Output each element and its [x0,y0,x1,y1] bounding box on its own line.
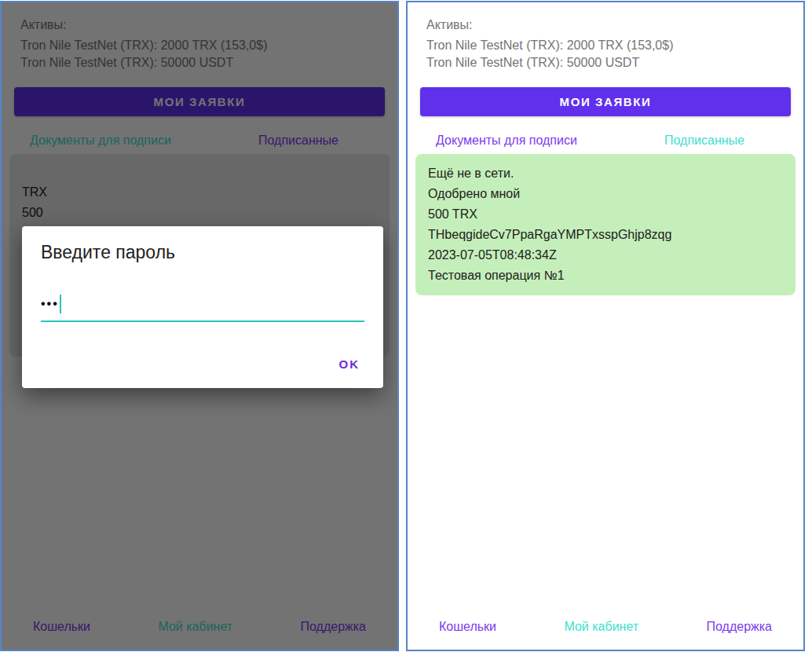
tab-content: Ещё не в сети. Одобрено мной 500 TRX THb… [408,152,803,615]
card-line-network-status: Ещё не в сети. [428,163,783,184]
password-input[interactable]: ••• [41,295,364,322]
card-line-timestamp: 2023-07-05T08:48:34Z [428,245,783,266]
password-masked-value: ••• [41,297,59,311]
assets-header: Активы: Tron Nile TestNet (TRX): 2000 TR… [408,2,803,71]
asset-line-trx: Tron Nile TestNet (TRX): 2000 TRX (153,0… [426,37,785,54]
card-line-amount: 500 TRX [428,204,783,225]
nav-item-my-cabinet[interactable]: Мой кабинет [564,620,638,634]
signed-document-card[interactable]: Ещё не в сети. Одобрено мной 500 TRX THb… [415,154,796,295]
my-requests-button[interactable]: МОИ ЗАЯВКИ [420,87,791,116]
card-line-description: Тестовая операция №1 [428,266,783,286]
text-cursor [60,295,61,313]
tab-signed[interactable]: Подписанные [605,134,803,148]
phone-screen-left: Активы: Tron Nile TestNet (TRX): 2000 TR… [0,1,399,651]
asset-line-usdt: Tron Nile TestNet (TRX): 50000 USDT [426,54,785,71]
password-dialog: Введите пароль ••• OK [22,226,383,388]
nav-item-support[interactable]: Поддержка [707,620,772,634]
ok-button[interactable]: OK [339,357,360,371]
phone-screen-right: Активы: Tron Nile TestNet (TRX): 2000 TR… [406,1,805,651]
bottom-nav: Кошельки Мой кабинет Поддержка [408,615,803,650]
dialog-title: Введите пароль [41,242,364,263]
card-line-address: THbeqgideCv7PpaRgaYMPTxsspGhjp8zqg [428,225,783,245]
tab-documents-to-sign[interactable]: Документы для подписи [408,134,605,148]
nav-item-wallets[interactable]: Кошельки [439,620,496,634]
tab-bar: Документы для подписи Подписанные [408,129,803,152]
card-line-approval-status: Одобрено мной [428,184,783,204]
screenshot-pair: Активы: Tron Nile TestNet (TRX): 2000 TR… [0,0,812,652]
assets-label: Активы: [426,18,785,32]
right-screen: Активы: Tron Nile TestNet (TRX): 2000 TR… [408,2,803,650]
